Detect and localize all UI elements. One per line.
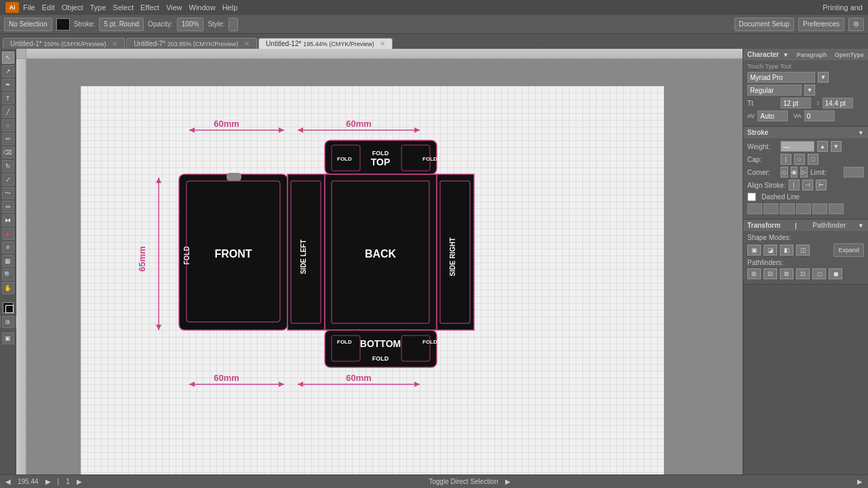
tab-untitled12[interactable]: Untitled-12* 195.44% (CMYK/Preview) ✕ [258, 38, 393, 49]
minus-front-btn[interactable]: ◪ [764, 245, 777, 256]
align-inside-btn[interactable]: ⊣ [802, 180, 813, 190]
merge-btn[interactable]: ⊠ [780, 268, 793, 279]
gradient-tool[interactable]: ▦ [2, 255, 14, 267]
transform-panel-header[interactable]: Transform | Pathfinder ▼ [743, 220, 868, 231]
exclude-btn[interactable]: ◫ [796, 245, 810, 256]
character-panel-header[interactable]: Character ▼ Paragraph OpenType [743, 49, 868, 60]
width-tool[interactable]: ⇔ [2, 201, 14, 213]
style-value[interactable] [229, 18, 238, 31]
limit-input[interactable] [844, 167, 864, 178]
cap-square-btn[interactable]: □ [808, 154, 818, 165]
artboard-nav-next-btn[interactable]: ▶ [45, 478, 51, 485]
menu-window[interactable]: Window [189, 3, 216, 12]
gap1-input[interactable] [764, 203, 778, 214]
gradient-button[interactable]: ▨ [2, 316, 14, 328]
scale-tool[interactable]: ⤢ [2, 174, 14, 186]
canvas-area[interactable]: 60mm 60mm 65mm [26, 59, 743, 474]
tracking-input[interactable] [757, 110, 788, 121]
cap-round-btn[interactable]: ○ [794, 154, 805, 165]
select-tool[interactable]: ↖ [2, 52, 14, 64]
right-scroll-btn[interactable]: ▶ [857, 478, 863, 485]
font-dropdown-btn[interactable]: ▼ [818, 72, 829, 83]
toolbar: No Selection Stroke: 5 pt. Round Opacity… [0, 15, 868, 34]
blend-tool[interactable]: ⧓ [2, 214, 14, 226]
crop-btn[interactable]: ⊡ [796, 268, 810, 279]
align-outside-btn[interactable]: ⊢ [816, 180, 827, 190]
weight-label: Weight: [747, 143, 778, 150]
svg-text:FOLD: FOLD [372, 150, 389, 157]
menu-select[interactable]: Select [113, 3, 134, 12]
corner-round-btn[interactable]: ◉ [791, 167, 798, 178]
weight-down-btn[interactable]: ▼ [831, 141, 842, 152]
close-tab2[interactable]: ✕ [244, 40, 250, 47]
direct-select-tool[interactable]: ↗ [2, 65, 14, 77]
weight-input[interactable] [781, 141, 814, 152]
align-center-btn[interactable]: | [789, 180, 800, 190]
dash3-input[interactable] [812, 203, 827, 214]
expand-button[interactable]: Expand [833, 243, 864, 257]
color-button[interactable]: ■ [0, 316, 1, 328]
svg-text:BOTTOM: BOTTOM [360, 338, 401, 349]
intersect-btn[interactable]: ◧ [780, 245, 793, 256]
play-btn[interactable]: ▶ [505, 478, 511, 485]
artboard-nav-btn[interactable]: ◀ [5, 478, 11, 485]
svg-text:SIDE RIGHT: SIDE RIGHT [449, 237, 456, 276]
svg-marker-18 [414, 382, 420, 387]
corner-miter-btn[interactable]: ◇ [781, 167, 788, 178]
menu-view[interactable]: View [166, 3, 182, 12]
cap-butt-btn[interactable]: | [781, 154, 791, 165]
paint-tool[interactable]: ✏ [2, 133, 14, 145]
menu-type[interactable]: Type [90, 3, 106, 12]
shape-tool[interactable]: ○ [2, 119, 14, 131]
opacity-value[interactable]: 100% [177, 18, 204, 31]
stroke-panel-header[interactable]: Stroke ▼ [743, 127, 868, 138]
mesh-tool[interactable]: # [2, 241, 14, 253]
pen-tool[interactable]: ✒ [2, 79, 14, 91]
fill-box[interactable] [3, 302, 14, 313]
screen-mode[interactable]: ▣ [2, 332, 14, 344]
svg-text:SIDE LEFT: SIDE LEFT [300, 239, 307, 274]
dashed-line-checkbox[interactable] [747, 192, 756, 201]
workspace-button[interactable]: ⚙ [848, 18, 864, 31]
hand-tool[interactable]: ✋ [2, 282, 14, 294]
corner-bevel-btn[interactable]: ▷ [800, 167, 808, 178]
menu-file[interactable]: File [23, 3, 35, 12]
kerning-input[interactable] [804, 110, 835, 121]
leading-input[interactable] [823, 98, 853, 108]
divide-btn[interactable]: ⊞ [747, 268, 761, 279]
artboard-arrow[interactable]: ▶ [77, 478, 82, 485]
font-style-input[interactable] [747, 85, 802, 96]
menu-help[interactable]: Help [222, 3, 238, 12]
dash1-input[interactable] [747, 203, 762, 214]
tab-untitled7[interactable]: Untitled-7* 203.85% (CMYK/Preview) ✕ [126, 38, 257, 49]
weight-up-btn[interactable]: ▲ [817, 141, 828, 152]
gap2-input[interactable] [796, 203, 811, 214]
unite-btn[interactable]: ▣ [747, 245, 761, 256]
menu-effect[interactable]: Effect [140, 3, 159, 12]
line-tool[interactable]: ╱ [2, 106, 14, 118]
style-dropdown-btn[interactable]: ▼ [804, 85, 815, 96]
tab-untitled1[interactable]: Untitled-1* 150% (CMYK/Preview) ✕ [3, 38, 125, 49]
menu-edit[interactable]: Edit [42, 3, 55, 12]
zoom-tool[interactable]: 🔍 [2, 268, 14, 281]
trim-btn[interactable]: ⊟ [764, 268, 777, 279]
menu-object[interactable]: Object [62, 3, 83, 12]
minus-back-btn[interactable]: ◼ [829, 268, 842, 279]
close-tab1[interactable]: ✕ [112, 40, 117, 47]
font-name-input[interactable] [747, 72, 815, 83]
svg-text:60mm: 60mm [346, 119, 372, 129]
eyedropper-tool[interactable]: 🔺 [2, 228, 14, 240]
document-setup-button[interactable]: Document Setup [734, 18, 795, 31]
dash2-input[interactable] [780, 203, 795, 214]
type-tool[interactable]: T [2, 92, 14, 104]
warp-tool[interactable]: 〜 [2, 187, 14, 199]
outline-btn[interactable]: ◻ [812, 268, 826, 279]
svg-text:60mm: 60mm [214, 119, 239, 129]
close-tab3[interactable]: ✕ [380, 40, 385, 47]
erase-tool[interactable]: ⌫ [2, 146, 14, 159]
rotate-tool[interactable]: ↻ [2, 160, 14, 172]
font-size-input[interactable] [781, 98, 811, 108]
preferences-button[interactable]: Preferences [798, 18, 844, 31]
gap3-input[interactable] [829, 203, 844, 214]
stroke-value[interactable]: 5 pt. Round [99, 18, 144, 31]
